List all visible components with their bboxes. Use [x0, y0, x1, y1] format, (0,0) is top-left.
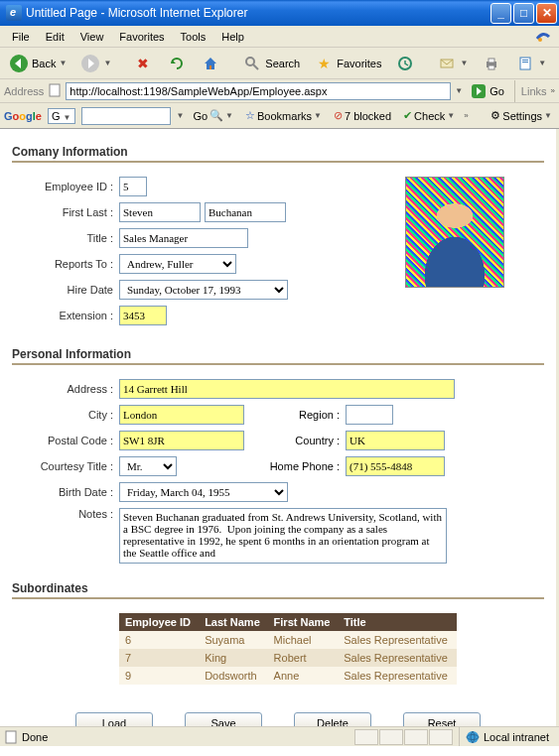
extension-input[interactable]	[119, 306, 167, 325]
close-button[interactable]: ✕	[536, 3, 557, 24]
address-input-field[interactable]	[119, 379, 455, 399]
label-address: Address :	[12, 383, 119, 395]
menu-favorites[interactable]: Favorites	[111, 29, 172, 45]
address-bar: Address ▼ Go Links »	[0, 79, 559, 103]
hire-date-select[interactable]: Sunday, October 17, 1993	[119, 280, 288, 300]
edit-icon	[515, 54, 535, 73]
menu-help[interactable]: Help	[213, 29, 252, 45]
section-personal-info: Personal Information	[12, 347, 544, 365]
search-button[interactable]: Search	[237, 51, 305, 76]
menu-bar: File Edit View Favorites Tools Help	[0, 26, 559, 48]
title-input[interactable]	[119, 228, 248, 248]
label-city: City :	[12, 409, 119, 421]
history-button[interactable]	[390, 51, 420, 76]
label-employee-id: Employee ID :	[12, 181, 119, 192]
refresh-icon	[167, 54, 187, 73]
favorites-button[interactable]: ★ Favorites	[309, 51, 386, 76]
standard-toolbar: Back ▼ ▼ ✖ Search ★ Favorites ▼ ▼	[0, 48, 559, 79]
col-title: Title	[338, 613, 457, 631]
mail-button[interactable]: ▼	[432, 51, 473, 76]
label-courtesy: Courtesy Title :	[12, 460, 119, 472]
stop-button[interactable]: ✖	[128, 51, 158, 76]
load-button[interactable]: Load	[75, 712, 153, 726]
menu-view[interactable]: View	[72, 29, 112, 45]
page-content: Comany Information Employee ID : First L…	[0, 129, 559, 726]
postal-input[interactable]	[119, 431, 244, 450]
label-home-phone: Home Phone :	[236, 460, 346, 472]
label-reports-to: Reports To :	[12, 258, 119, 270]
window-titlebar: Untitled Page - Microsoft Internet Explo…	[0, 0, 559, 26]
home-phone-input[interactable]	[346, 456, 445, 476]
menu-edit[interactable]: Edit	[38, 29, 72, 45]
refresh-button[interactable]	[162, 51, 192, 76]
google-logo[interactable]: Google	[4, 110, 42, 122]
google-search-input[interactable]	[81, 107, 171, 125]
last-name-input[interactable]	[205, 202, 286, 222]
google-bookmarks[interactable]: ☆ Bookmarks▼	[242, 107, 325, 124]
notes-textarea[interactable]: Steven Buchanan graduated from St. Andre…	[119, 508, 447, 564]
forward-icon	[80, 54, 100, 73]
address-label: Address	[4, 85, 44, 97]
delete-button[interactable]: Delete	[294, 712, 371, 726]
birth-date-select[interactable]: Friday, March 04, 1955	[119, 482, 288, 502]
courtesy-select[interactable]: Mr.	[119, 456, 177, 476]
label-country: Country :	[280, 435, 346, 446]
google-go-button[interactable]: Go 🔍 ▼	[190, 107, 236, 124]
gear-icon: ⚙	[490, 109, 500, 122]
stop-icon: ✖	[133, 54, 153, 73]
reset-button[interactable]: Reset	[403, 712, 481, 726]
table-row[interactable]: 6SuyamaMichaelSales Representative	[119, 631, 457, 649]
google-settings[interactable]: ⚙ Settings▼	[488, 107, 555, 124]
menu-tools[interactable]: Tools	[173, 29, 214, 45]
google-toolbar: Google G ▼ ▼ Go 🔍 ▼ ☆ Bookmarks▼ ⊘ 7 blo…	[0, 103, 559, 129]
mail-icon	[437, 54, 457, 73]
employee-id-input[interactable]	[119, 177, 147, 196]
col-first-name: First Name	[268, 613, 339, 631]
label-postal: Postal Code :	[12, 435, 119, 446]
label-region: Region :	[280, 409, 346, 421]
home-button[interactable]	[196, 51, 225, 76]
label-birth-date: Birth Date :	[12, 486, 119, 498]
table-row[interactable]: 7KingRobertSales Representative	[119, 649, 457, 667]
print-button[interactable]	[477, 51, 506, 76]
go-button[interactable]: Go	[467, 82, 508, 100]
page-done-icon	[4, 730, 18, 744]
maximize-button[interactable]: □	[513, 3, 534, 24]
reports-to-select[interactable]: Andrew, Fuller	[119, 254, 236, 274]
region-input[interactable]	[346, 405, 393, 425]
history-icon	[395, 54, 415, 73]
google-check[interactable]: ✔ Check ▼	[400, 107, 458, 124]
save-button[interactable]: Save	[185, 712, 262, 726]
first-name-input[interactable]	[119, 202, 201, 222]
forward-button[interactable]: ▼	[75, 51, 116, 76]
svg-point-0	[538, 38, 542, 42]
ie-throbber-icon	[531, 26, 555, 48]
back-button[interactable]: Back ▼	[4, 51, 71, 76]
col-employee-id: Employee ID	[119, 613, 199, 631]
page-icon	[48, 83, 62, 99]
menu-file[interactable]: File	[4, 29, 38, 45]
google-popup-blocker[interactable]: ⊘ 7 blocked	[331, 107, 394, 124]
go-icon	[471, 83, 487, 99]
home-icon	[201, 54, 220, 73]
label-hire-date: Hire Date	[12, 284, 119, 296]
google-menu[interactable]: G ▼	[48, 108, 75, 124]
svg-rect-12	[522, 60, 528, 61]
print-icon	[482, 54, 501, 73]
svg-line-5	[253, 64, 258, 69]
ie-app-icon	[6, 5, 22, 21]
status-done: Done	[4, 730, 48, 744]
label-notes: Notes :	[12, 508, 119, 520]
label-extension: Extension :	[12, 310, 119, 321]
address-input[interactable]	[66, 82, 451, 100]
label-first-last: First Last :	[12, 206, 119, 218]
country-input[interactable]	[346, 431, 445, 450]
city-input[interactable]	[119, 405, 244, 425]
address-dropdown[interactable]: ▼	[455, 86, 463, 95]
minimize-button[interactable]: _	[490, 3, 511, 24]
links-label[interactable]: Links	[521, 85, 547, 97]
svg-rect-19	[50, 84, 60, 96]
svg-rect-13	[522, 62, 528, 63]
table-row[interactable]: 9DodsworthAnneSales Representative	[119, 667, 457, 685]
edit-button[interactable]: ▼	[510, 51, 551, 76]
